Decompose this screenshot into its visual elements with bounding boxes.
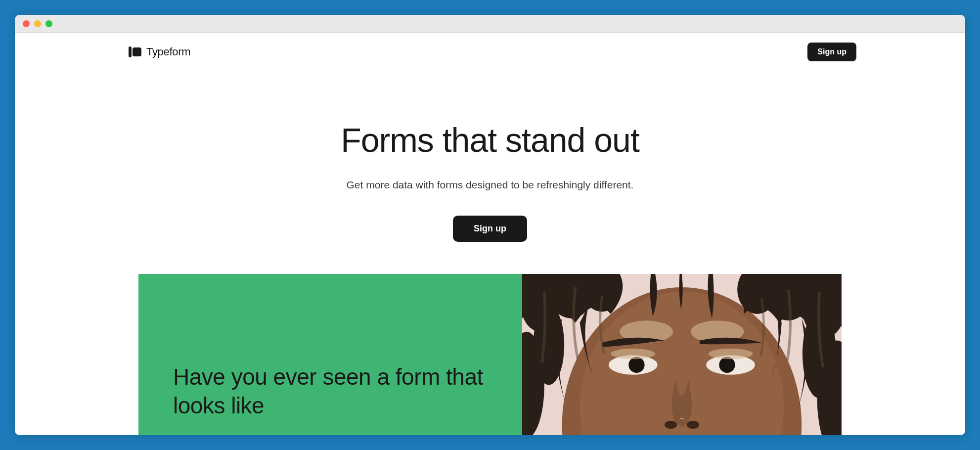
svg-point-9	[611, 349, 655, 360]
signup-button-hero[interactable]: Sign up	[453, 216, 527, 242]
portrait-photo-icon	[522, 274, 842, 435]
close-window-icon[interactable]	[23, 20, 30, 27]
browser-window: Typeform Sign up Forms that stand out Ge…	[15, 15, 965, 435]
window-title-bar	[15, 15, 965, 33]
logo-mark-icon	[129, 46, 141, 57]
svg-point-11	[665, 421, 677, 429]
brand-logo[interactable]: Typeform	[129, 45, 190, 58]
showcase-panel: Have you ever seen a form that looks lik…	[138, 274, 842, 435]
site-header: Typeform Sign up	[15, 33, 965, 71]
showcase-question-text: Have you ever seen a form that looks lik…	[173, 363, 492, 420]
signup-button-header[interactable]: Sign up	[807, 43, 856, 61]
showcase-question-panel: Have you ever seen a form that looks lik…	[138, 274, 522, 435]
svg-point-12	[687, 421, 699, 429]
page-content: Typeform Sign up Forms that stand out Ge…	[15, 33, 965, 435]
svg-point-8	[719, 357, 735, 373]
hero-subtitle: Get more data with forms designed to be …	[15, 179, 965, 191]
minimize-window-icon[interactable]	[34, 20, 41, 27]
svg-point-6	[628, 357, 644, 373]
hero-title: Forms that stand out	[15, 121, 965, 159]
maximize-window-icon[interactable]	[45, 20, 52, 27]
brand-name: Typeform	[146, 45, 190, 58]
showcase-image-panel	[522, 274, 842, 435]
svg-point-10	[709, 349, 753, 360]
hero-section: Forms that stand out Get more data with …	[15, 71, 965, 242]
